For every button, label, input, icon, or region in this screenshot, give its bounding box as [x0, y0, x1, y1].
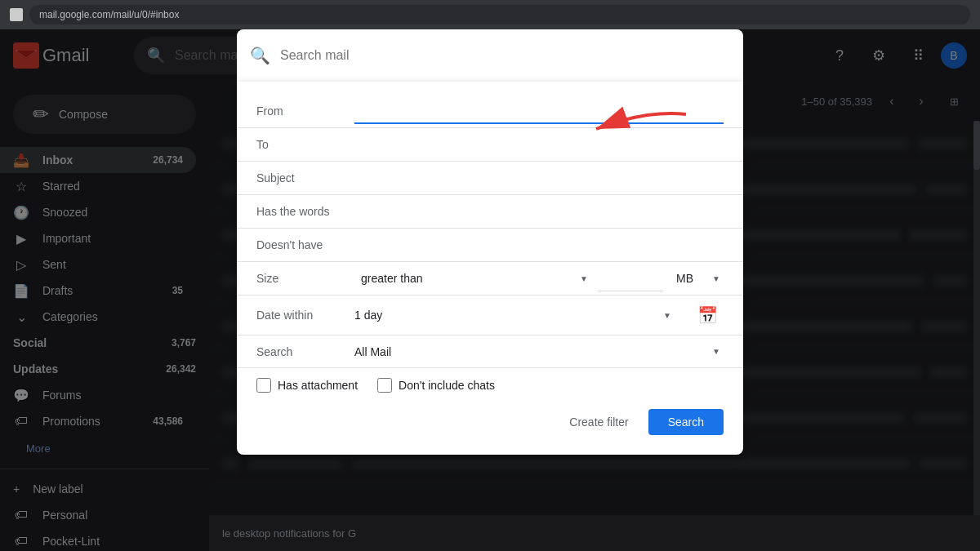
calendar-button[interactable]: 📅: [691, 299, 724, 331]
subject-input[interactable]: [354, 165, 724, 191]
date-within-select-wrapper: 1 day 3 days 1 week 2 weeks 1 month 2 mo…: [354, 309, 691, 322]
size-comparator-select[interactable]: greater than less than: [361, 272, 443, 285]
size-unit-wrapper: MB KB bytes: [676, 272, 724, 285]
has-words-row: Has the words: [237, 195, 743, 229]
has-attachment-label[interactable]: Has attachment: [256, 378, 358, 393]
search-dialog: From To Subject Has the words Doesn't ha…: [237, 82, 743, 455]
to-row: To: [237, 128, 743, 162]
subject-label: Subject: [256, 171, 354, 184]
dialog-search-input[interactable]: [280, 48, 730, 63]
subject-row: Subject: [237, 162, 743, 195]
size-label: Size: [256, 272, 354, 285]
from-input[interactable]: [354, 98, 724, 124]
has-attachment-text: Has attachment: [278, 379, 358, 392]
doesnt-have-input[interactable]: [354, 232, 724, 258]
has-attachment-checkbox[interactable]: [256, 378, 271, 393]
search-in-row: Search All Mail Inbox Starred Sent Draft…: [237, 335, 743, 368]
gmail-app: Gmail 🔍 ? ⚙ ⠿ B ✏ Compose 📥 In: [0, 29, 980, 551]
doesnt-have-row: Doesn't have: [237, 229, 743, 262]
date-within-select[interactable]: 1 day 3 days 1 week 2 weeks 1 month 2 mo…: [354, 309, 691, 322]
size-row: Size greater than less than MB KB bytes: [237, 262, 743, 295]
size-comparator-wrapper: greater than less than: [361, 272, 591, 285]
date-within-row: Date within 1 day 3 days 1 week 2 weeks …: [237, 295, 743, 335]
dialog-search-icon: 🔍: [250, 46, 270, 65]
to-label: To: [256, 138, 354, 151]
dialog-actions: Create filter Search: [237, 402, 743, 442]
browser-favicon: [10, 8, 23, 21]
search-in-select-wrapper: All Mail Inbox Starred Sent Drafts: [354, 345, 724, 358]
dont-include-chats-text: Don't include chats: [399, 379, 495, 392]
from-row: From: [237, 95, 743, 128]
url-text: mail.google.com/mail/u/0/#inbox: [39, 9, 179, 20]
from-label: From: [256, 104, 354, 118]
create-filter-button[interactable]: Create filter: [556, 409, 641, 435]
search-in-label: Search: [256, 345, 354, 358]
checkboxes-row: Has attachment Don't include chats: [237, 368, 743, 402]
size-unit-select[interactable]: MB KB bytes: [676, 272, 724, 285]
browser-bar: mail.google.com/mail/u/0/#inbox: [0, 0, 980, 29]
to-input[interactable]: [354, 131, 724, 158]
search-dialog-button[interactable]: Search: [648, 409, 724, 435]
dont-include-chats-label[interactable]: Don't include chats: [377, 378, 495, 393]
dont-include-chats-checkbox[interactable]: [377, 378, 392, 393]
has-words-input[interactable]: [354, 198, 724, 224]
browser-url: mail.google.com/mail/u/0/#inbox: [29, 5, 970, 24]
date-within-label: Date within: [256, 309, 354, 322]
size-value-input[interactable]: [598, 265, 663, 291]
dialog-search-top: 🔍: [237, 29, 743, 82]
doesnt-have-label: Doesn't have: [256, 238, 354, 251]
search-in-select[interactable]: All Mail Inbox Starred Sent Drafts: [354, 345, 724, 358]
has-words-label: Has the words: [256, 205, 354, 218]
